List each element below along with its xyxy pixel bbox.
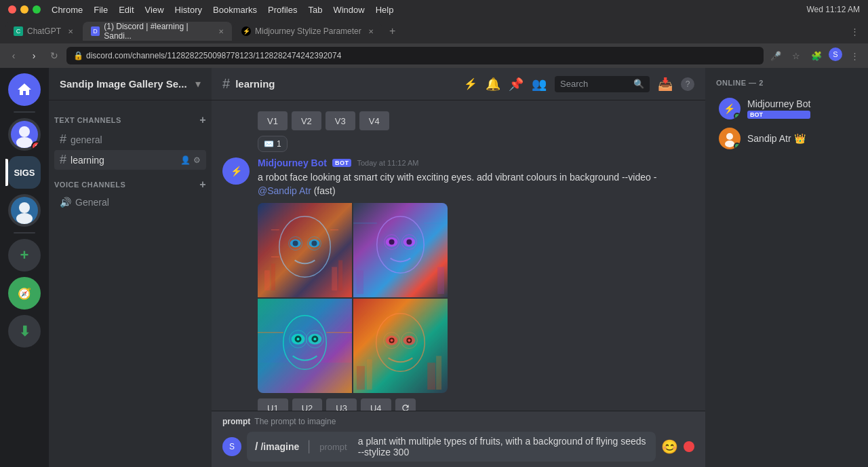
image-cell-br[interactable] (353, 299, 448, 393)
member-item-sandip-atr[interactable]: Sandip Atr 👑 (716, 125, 857, 152)
forward-button[interactable]: › (26, 48, 42, 64)
member-item-midjourney-bot[interactable]: ⚡ Midjourney Bot BOT (716, 95, 857, 122)
svg-text:⚡: ⚡ (724, 103, 736, 115)
system-time: Wed 11:12 AM (807, 5, 861, 14)
slash-command-area: prompt The prompt to imagine S / /imagin… (212, 411, 705, 467)
channel-person-icon: 👤 (180, 155, 191, 165)
tab-bar: C ChatGPT ✕ D (1) Discord | #learning | … (0, 19, 868, 43)
server-icon-2[interactable] (8, 194, 41, 227)
voice-channels-category[interactable]: VOICE CHANNELS + (49, 170, 212, 193)
svg-rect-55 (357, 366, 365, 390)
notification-bell-icon[interactable]: 🔔 (486, 77, 500, 92)
tab-discord-label: (1) Discord | #learning | Sandi... (104, 22, 212, 41)
text-channels-category[interactable]: TEXT CHANNELS + (49, 106, 212, 129)
new-tab-button[interactable]: + (383, 22, 402, 41)
inbox-icon[interactable]: 📥 (658, 77, 673, 92)
menu-chrome[interactable]: Chrome (52, 5, 83, 15)
url-text: discord.com/channels/1128282250098778123… (86, 51, 341, 60)
reload-button[interactable]: ↻ (46, 48, 62, 64)
record-button[interactable] (684, 441, 694, 452)
menu-view[interactable]: View (145, 5, 164, 15)
close-window-button[interactable] (8, 5, 16, 14)
back-button[interactable]: ‹ (5, 48, 22, 64)
member-avatar-sandip-atr (719, 128, 741, 149)
menu-help[interactable]: Help (376, 5, 394, 15)
address-bar[interactable]: 🔒 discord.com/channels/11282822500987781… (66, 47, 764, 64)
maximize-window-button[interactable] (33, 5, 41, 14)
user-avatar: S (222, 437, 241, 456)
v1-top-button[interactable]: V1 (258, 111, 288, 130)
tab-chatgpt-close[interactable]: ✕ (68, 28, 73, 35)
tab-discord-close[interactable]: ✕ (218, 28, 224, 35)
svg-point-5 (16, 213, 33, 224)
tab-discord[interactable]: D (1) Discord | #learning | Sandi... ✕ (83, 22, 232, 41)
download-apps-button[interactable]: ⬇ (8, 315, 41, 348)
discord-home-button[interactable] (8, 73, 41, 106)
command-input-text[interactable]: a plant with multiple types of fruits, w… (358, 436, 648, 457)
image-cell-tr[interactable] (353, 203, 448, 297)
channel-item-learning[interactable]: # learning 👤 ⚙ (54, 150, 206, 170)
add-text-channel-icon[interactable]: + (199, 114, 206, 126)
svg-rect-19 (264, 270, 270, 291)
command-input-wrapper[interactable]: / /imagine │ prompt a plant with multipl… (247, 432, 656, 462)
server-icon-sigs[interactable]: SIGS (8, 156, 41, 189)
menu-edit[interactable]: Edit (119, 5, 134, 15)
image-grid (258, 203, 448, 393)
browser-chrome: C ChatGPT ✕ D (1) Discord | #learning | … (0, 19, 868, 68)
message-body: Midjourney Bot BOT Today at 11:12 AM a r… (258, 157, 694, 411)
image-cell-bl[interactable] (258, 299, 352, 393)
channel-item-general-voice[interactable]: 🔊 General (54, 194, 206, 210)
menu-profiles[interactable]: Profiles (268, 5, 297, 15)
menu-tab[interactable]: Tab (308, 5, 322, 15)
menu-history[interactable]: History (175, 5, 202, 15)
server-icon-1[interactable]: 1 (8, 118, 41, 151)
threads-icon[interactable]: ⚡ (464, 77, 477, 90)
v4-top-button[interactable]: V4 (359, 111, 389, 130)
u2-button[interactable]: U2 (292, 398, 323, 411)
image-cell-tl[interactable] (258, 203, 352, 297)
members-icon[interactable]: 👥 (532, 77, 547, 92)
profile-icon[interactable]: S (829, 48, 842, 61)
reaction-btn-top[interactable]: ✉️ 1 (258, 136, 288, 152)
online-header: ONLINE — 2 (716, 79, 857, 87)
minimize-window-button[interactable] (20, 5, 28, 14)
tab-midjourney-close[interactable]: ✕ (368, 28, 374, 35)
traffic-lights[interactable] (8, 5, 41, 14)
sigs-label: SIGS (14, 168, 35, 178)
bookmark-icon[interactable]: ☆ (788, 48, 804, 64)
channel-item-action-icons: 👤 ⚙ (180, 155, 201, 165)
menu-bookmarks[interactable]: Bookmarks (213, 5, 257, 15)
help-icon[interactable]: ? (681, 77, 694, 91)
refresh-button[interactable] (395, 398, 416, 411)
tab-midjourney[interactable]: ⚡ Midjourney Stylize Parameter ✕ (233, 22, 382, 41)
extensions-icon[interactable]: ⋮ (846, 23, 863, 39)
menu-window[interactable]: Window (333, 5, 364, 15)
menu-file[interactable]: File (94, 5, 108, 15)
server-name-chevron-icon: ▾ (195, 77, 201, 90)
message-header: Midjourney Bot BOT Today at 11:12 AM (258, 157, 694, 168)
svg-point-63 (725, 141, 734, 147)
explore-servers-button[interactable]: 🧭 (8, 277, 41, 310)
messages-area[interactable]: V1 V2 V3 V4 ✉️ 1 ⚡ (212, 100, 705, 411)
search-bar[interactable]: Search 🔍 (555, 76, 650, 92)
pin-icon[interactable]: 📌 (509, 77, 524, 92)
extension-puzzle-icon[interactable]: 🧩 (808, 48, 825, 64)
u4-button[interactable]: U4 (361, 398, 391, 411)
message-group: ⚡ Midjourney Bot BOT Today at 11:12 AM a… (222, 157, 694, 411)
server-divider-2 (14, 232, 35, 234)
channel-list: TEXT CHANNELS + # general # learning 👤 ⚙… (49, 100, 212, 467)
channel-item-general[interactable]: # general (54, 130, 206, 149)
channel-settings-icon[interactable]: ⚙ (193, 155, 201, 165)
add-voice-channel-icon[interactable]: + (199, 179, 206, 191)
v2-top-button[interactable]: V2 (292, 111, 321, 130)
more-menu-icon[interactable]: ⋮ (846, 48, 863, 64)
server-name-bar[interactable]: Sandip Image Gallery Se... ▾ (49, 68, 212, 100)
u1-button[interactable]: U1 (258, 398, 288, 411)
tab-chatgpt[interactable]: C ChatGPT ✕ (5, 22, 81, 41)
add-server-button[interactable]: + (8, 239, 41, 272)
mic-icon[interactable]: 🎤 (768, 48, 784, 64)
emoji-button[interactable]: 😊 (661, 438, 678, 455)
speed-text: (fast) (314, 185, 336, 196)
v3-top-button[interactable]: V3 (326, 111, 355, 130)
u3-button[interactable]: U3 (326, 398, 357, 411)
